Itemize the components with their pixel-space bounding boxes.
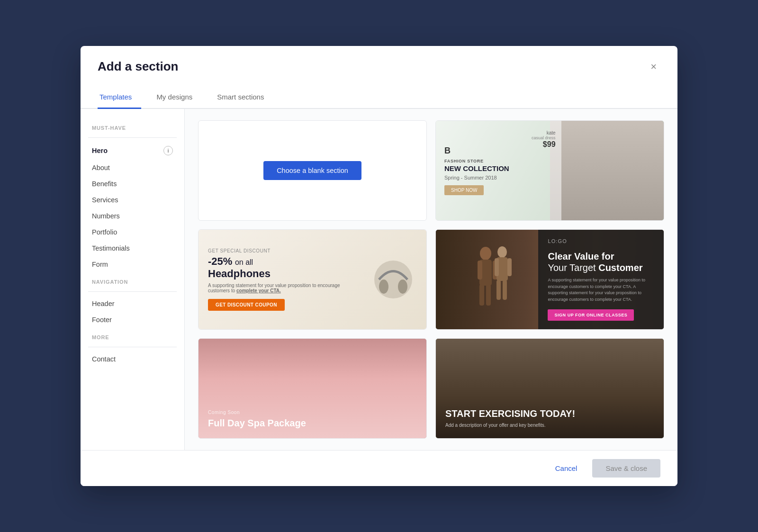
svg-rect-13: [496, 280, 501, 300]
sidebar-section-navigation: NAVIGATION: [81, 272, 184, 288]
fashion-product-type: casual dress: [532, 135, 556, 140]
fitness-title: Clear Value forYour Target Customer: [548, 251, 654, 273]
sidebar-item-contact-label: Contact: [92, 355, 116, 363]
fashion-text-overlay: B FASHION STORE NEW COLLECTION Spring - …: [436, 121, 561, 220]
template-card-blank[interactable]: Choose a blank section: [198, 120, 427, 221]
template-card-spa[interactable]: Coming Soon Full Day Spa Package: [198, 338, 427, 439]
headphones-subtitle: A supporting statement for your value pr…: [208, 283, 360, 293]
sidebar-item-form-label: Form: [92, 261, 108, 268]
svg-rect-12: [507, 258, 512, 276]
headphones-text-block: GET SPECIAL DISCOUNT -25% on all Headpho…: [208, 248, 360, 311]
svg-rect-7: [479, 284, 484, 306]
sidebar-item-numbers-label: Numbers: [92, 212, 120, 220]
tab-my-designs[interactable]: My designs: [154, 88, 202, 109]
fashion-store-label: FASHION STORE: [444, 159, 553, 163]
template-card-fitness[interactable]: LO:GO Clear Value forYour Target Custome…: [435, 229, 664, 330]
sidebar-item-about[interactable]: About: [81, 160, 184, 176]
fitness-people: [436, 230, 550, 329]
svg-point-9: [497, 246, 507, 258]
svg-rect-14: [503, 280, 507, 300]
fashion-product-name: kate: [532, 130, 556, 135]
template-card-headphones[interactable]: GET SPECIAL DISCOUNT -25% on all Headpho…: [198, 229, 427, 330]
sidebar-item-services[interactable]: Services: [81, 192, 184, 208]
sidebar-section-more: MORE: [81, 328, 184, 343]
sidebar-item-about-label: About: [92, 164, 110, 171]
templates-grid: Choose a blank section B FASHION STORE: [198, 120, 664, 439]
headphones-promo-label: GET SPECIAL DISCOUNT: [208, 248, 360, 253]
tab-templates[interactable]: Templates: [98, 88, 141, 109]
sidebar-item-footer-label: Footer: [92, 316, 112, 324]
sidebar-item-portfolio[interactable]: Portfolio: [81, 224, 184, 240]
sidebar-item-contact[interactable]: Contact: [81, 351, 184, 367]
sidebar-item-testimonials[interactable]: Testimonials: [81, 240, 184, 256]
fashion-person: [550, 121, 664, 220]
headphones-image: [360, 249, 417, 310]
sidebar-divider-2: [88, 291, 177, 292]
add-section-modal: Add a section × Templates My designs Sma…: [81, 46, 677, 486]
sidebar-item-numbers[interactable]: Numbers: [81, 208, 184, 224]
modal-header: Add a section ×: [81, 46, 677, 74]
svg-rect-11: [495, 258, 499, 276]
templates-content: Choose a blank section B FASHION STORE: [185, 109, 677, 450]
fashion-collection-title: NEW COLLECTION: [444, 164, 553, 173]
svg-point-3: [480, 247, 491, 260]
fashion-price-value: $99: [532, 140, 556, 149]
choose-blank-section-button[interactable]: Choose a blank section: [263, 161, 361, 180]
tabs-row: Templates My designs Smart sections: [81, 80, 677, 109]
svg-rect-8: [486, 284, 491, 306]
close-button[interactable]: ×: [647, 60, 660, 74]
headphones-discount: -25% on all Headphones: [208, 255, 360, 280]
sidebar: MUST-HAVE Hero i About Benefits Services…: [81, 109, 185, 450]
sidebar-item-footer[interactable]: Footer: [81, 312, 184, 328]
modal-overlay: Add a section × Templates My designs Sma…: [0, 0, 758, 532]
sidebar-item-header-label: Header: [92, 300, 115, 307]
sidebar-item-header[interactable]: Header: [81, 296, 184, 312]
fitness-svg: [469, 242, 516, 317]
exercise-text: START EXERCISING TODAY! Add a descriptio…: [445, 408, 654, 429]
sidebar-item-hero-label: Hero: [92, 147, 108, 154]
sidebar-item-benefits[interactable]: Benefits: [81, 176, 184, 192]
headphones-cta-button[interactable]: GET DISCOUNT COUPON: [208, 299, 285, 311]
spa-text: Coming Soon Full Day Spa Package: [208, 410, 417, 429]
sidebar-item-form[interactable]: Form: [81, 256, 184, 272]
fitness-subtitle: A supporting statement for your value pr…: [548, 277, 654, 303]
save-close-button[interactable]: Save & close: [592, 459, 660, 478]
sidebar-item-hero[interactable]: Hero i: [81, 142, 184, 160]
spa-package-title: Full Day Spa Package: [208, 418, 417, 429]
modal-body: MUST-HAVE Hero i About Benefits Services…: [81, 109, 677, 450]
sidebar-item-portfolio-label: Portfolio: [92, 228, 117, 236]
fitness-text-overlay: LO:GO Clear Value forYour Target Custome…: [538, 230, 664, 329]
exercise-subtitle: Add a description of your offer and key …: [445, 422, 654, 429]
sidebar-divider-1: [88, 137, 177, 138]
sidebar-item-testimonials-label: Testimonials: [92, 244, 130, 252]
sidebar-item-services-label: Services: [92, 196, 118, 204]
fitness-logo: LO:GO: [548, 238, 654, 244]
headphones-svg: [370, 253, 417, 310]
cancel-button[interactable]: Cancel: [547, 460, 586, 477]
fashion-price-block: kate casual dress $99: [532, 130, 556, 149]
svg-point-2: [398, 280, 407, 294]
svg-point-1: [379, 280, 388, 294]
sidebar-section-must-have: MUST-HAVE: [81, 118, 184, 134]
info-icon: i: [163, 146, 173, 155]
sidebar-item-benefits-label: Benefits: [92, 180, 117, 188]
exercise-title: START EXERCISING TODAY!: [445, 408, 654, 419]
fashion-cta-button[interactable]: SHOP NOW: [444, 185, 484, 195]
fitness-silhouettes: [436, 230, 550, 329]
svg-rect-5: [478, 261, 482, 280]
tab-smart-sections[interactable]: Smart sections: [215, 88, 273, 109]
template-card-exercise[interactable]: START EXERCISING TODAY! Add a descriptio…: [435, 338, 664, 439]
sidebar-divider-3: [88, 347, 177, 347]
spa-coming-soon: Coming Soon: [208, 410, 417, 415]
template-card-fashion[interactable]: B FASHION STORE NEW COLLECTION Spring - …: [435, 120, 664, 221]
modal-title: Add a section: [98, 59, 178, 74]
modal-footer: Cancel Save & close: [81, 450, 677, 486]
fitness-cta-button[interactable]: SIGN UP FOR ONLINE CLASSES: [548, 309, 634, 321]
fashion-season: Spring - Summer 2018: [444, 175, 553, 180]
